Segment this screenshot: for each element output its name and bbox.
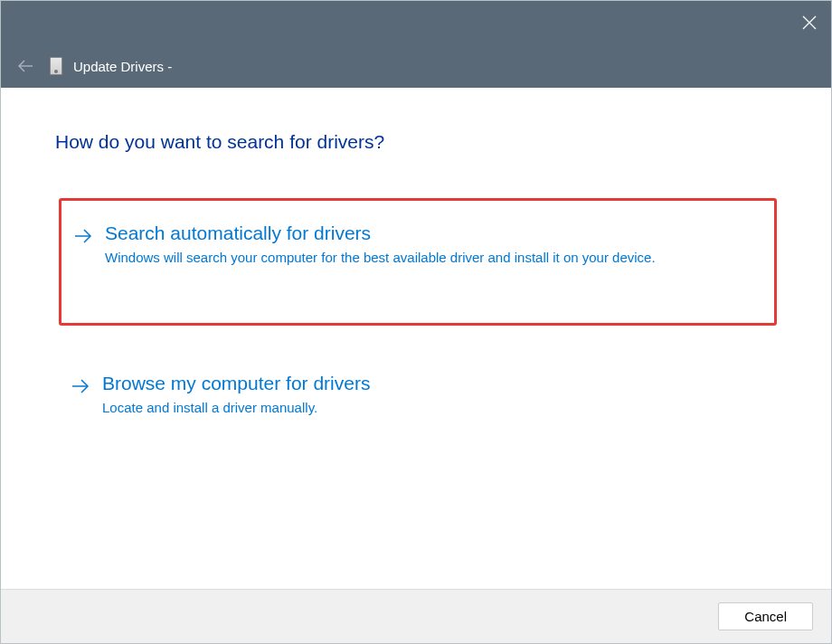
titlebar-top bbox=[1, 1, 831, 44]
option-description: Locate and install a driver manually. bbox=[102, 398, 654, 419]
option-title: Browse my computer for drivers bbox=[102, 373, 759, 394]
option-text: Search automatically for drivers Windows… bbox=[105, 223, 756, 269]
option-description: Windows will search your computer for th… bbox=[105, 248, 657, 269]
content-area: How do you want to search for drivers? S… bbox=[1, 88, 831, 589]
option-text: Browse my computer for drivers Locate an… bbox=[102, 373, 759, 419]
option-search-automatically[interactable]: Search automatically for drivers Windows… bbox=[59, 198, 777, 326]
page-heading: How do you want to search for drivers? bbox=[55, 131, 777, 153]
device-icon bbox=[50, 57, 62, 75]
close-button[interactable] bbox=[788, 1, 831, 44]
footer: Cancel bbox=[1, 589, 831, 643]
back-button[interactable] bbox=[17, 59, 33, 73]
titlebar-sub: Update Drivers - bbox=[1, 44, 831, 88]
option-title: Search automatically for drivers bbox=[105, 223, 756, 244]
close-icon bbox=[802, 15, 817, 30]
options-list: Search automatically for drivers Windows… bbox=[55, 198, 777, 445]
arrow-right-icon bbox=[74, 228, 92, 248]
arrow-left-icon bbox=[17, 59, 33, 73]
update-drivers-window: Update Drivers - How do you want to sear… bbox=[0, 0, 832, 644]
window-title: Update Drivers - bbox=[73, 59, 172, 74]
option-browse-computer[interactable]: Browse my computer for drivers Locate an… bbox=[59, 351, 777, 446]
cancel-button[interactable]: Cancel bbox=[718, 602, 813, 630]
arrow-right-icon bbox=[71, 378, 90, 398]
